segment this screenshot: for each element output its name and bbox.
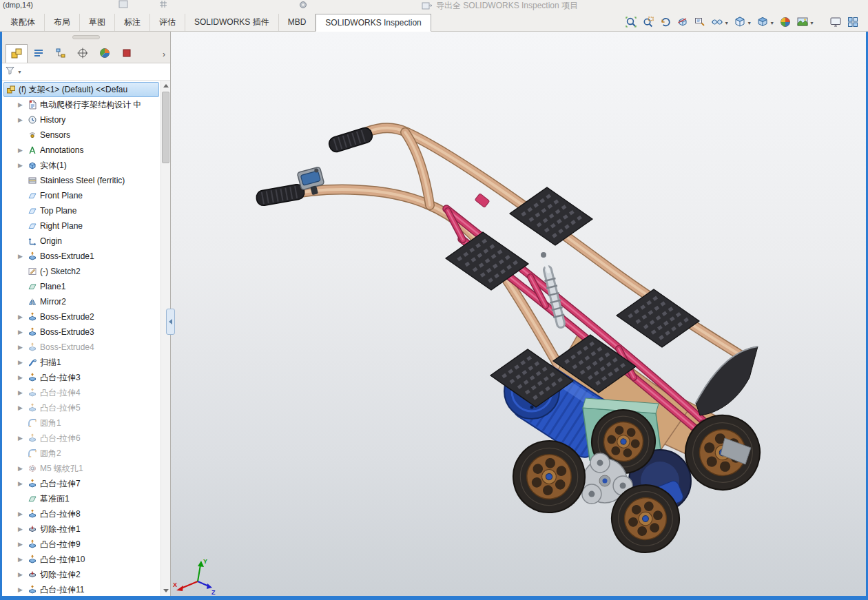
zoom-fit-button[interactable] xyxy=(623,14,639,31)
edit-appearance-button[interactable] xyxy=(777,14,794,31)
tree-item[interactable]: ▶Boss-Extrude3 xyxy=(2,324,161,340)
tree-item[interactable]: ▶凸台-拉伸10 xyxy=(2,552,161,567)
expand-arrow-icon[interactable]: ▶ xyxy=(16,435,25,442)
tree-item[interactable]: ▶凸台-拉伸8 xyxy=(2,506,161,521)
tree-item[interactable]: Stainless Steel (ferritic) xyxy=(2,173,161,188)
panel-tab-dimxpert-manager[interactable] xyxy=(72,44,94,63)
expand-arrow-icon[interactable]: ▶ xyxy=(16,526,25,532)
tree-item[interactable]: Right Plane xyxy=(2,218,161,234)
tree-scrollbar[interactable] xyxy=(161,81,170,596)
expand-arrow-icon[interactable]: ▶ xyxy=(16,116,25,123)
tree-filter-input[interactable] xyxy=(24,65,167,79)
ribbon-tab-5[interactable]: 评估 xyxy=(150,14,185,31)
tree-item[interactable]: ▶Boss-Extrude4 xyxy=(2,340,161,355)
expand-arrow-icon[interactable]: ▶ xyxy=(16,162,25,169)
tree-root-item[interactable]: (f) 支架<1> (Default) <<Defau xyxy=(3,82,159,97)
display-style-button[interactable]: ▼ xyxy=(754,14,776,31)
section-view-button[interactable] xyxy=(674,14,691,31)
panel-tabs-overflow-chevron[interactable]: › xyxy=(158,46,170,63)
options-grid-button[interactable] xyxy=(845,14,861,31)
ribbon-tab-8[interactable]: SOLIDWORKS Inspection xyxy=(316,14,431,32)
tree-item[interactable]: ▶Boss-Extrude2 xyxy=(2,309,161,324)
tree-item[interactable]: ▶Boss-Extrude1 xyxy=(2,249,161,264)
export-inspection-button[interactable]: 导出全 SOLIDWORKS Inspection 项目 xyxy=(422,0,578,12)
panel-tab-feature-manager[interactable] xyxy=(6,44,28,63)
previous-view-button[interactable] xyxy=(657,14,674,31)
apply-scene-button[interactable]: ▼ xyxy=(794,14,816,31)
dropdown-arrow-icon[interactable]: ▼ xyxy=(724,21,729,25)
expand-arrow-icon[interactable]: ▶ xyxy=(16,465,25,472)
expand-arrow-icon[interactable]: ▶ xyxy=(16,344,25,351)
panel-tab-addin-partial[interactable] xyxy=(116,44,138,63)
hide-show-items-button[interactable]: ▼ xyxy=(709,14,731,31)
dropdown-arrow-icon[interactable]: ▼ xyxy=(747,21,752,25)
tree-item[interactable]: Front Plane xyxy=(2,188,161,203)
tree-item[interactable]: ▶Annotations xyxy=(2,143,161,158)
panel-collapse-tab[interactable] xyxy=(166,309,175,335)
tree-item[interactable]: ▶凸台-拉伸9 xyxy=(2,537,161,552)
tree-item[interactable]: 基准面1 xyxy=(2,491,161,506)
expand-arrow-icon[interactable]: ▶ xyxy=(16,510,25,517)
expand-arrow-icon[interactable]: ▶ xyxy=(16,313,25,320)
ribbon-tab-3[interactable]: 草图 xyxy=(80,14,115,31)
panel-tab-configuration-manager[interactable] xyxy=(50,44,72,63)
tree-item[interactable]: (-) Sketch2 xyxy=(2,264,161,279)
expand-arrow-icon[interactable]: ▶ xyxy=(16,389,25,396)
ribbon-tab-7[interactable]: MBD xyxy=(279,14,316,31)
expand-arrow-icon[interactable]: ▶ xyxy=(16,571,25,578)
scrollbar-down-arrow[interactable] xyxy=(161,586,170,596)
tree-item[interactable]: 圆角2 xyxy=(2,446,161,461)
tree-item[interactable]: ▶凸台-拉伸11 xyxy=(2,582,161,596)
tree-item[interactable]: ▶扫描1 xyxy=(2,355,161,370)
ribbon-tab-6[interactable]: SOLIDWORKS 插件 xyxy=(185,14,279,31)
tree-item[interactable]: ▶实体(1) xyxy=(2,158,161,173)
viewport-3d[interactable]: XYZ xyxy=(171,32,866,596)
tree-item[interactable]: Origin xyxy=(2,234,161,249)
ribbon-tab-1[interactable]: 装配体 xyxy=(1,14,45,31)
expand-arrow-icon[interactable]: ▶ xyxy=(16,329,25,335)
view-settings-button[interactable] xyxy=(827,14,844,31)
zoom-area-button[interactable] xyxy=(640,14,657,31)
view-orientation-button[interactable]: ▼ xyxy=(732,14,754,31)
expand-arrow-icon[interactable]: ▶ xyxy=(16,541,25,548)
panel-tab-property-manager[interactable] xyxy=(28,44,50,63)
dropdown-arrow-icon[interactable]: ▼ xyxy=(809,21,814,25)
tree-item[interactable]: ▶M5 螺纹孔1 xyxy=(2,461,161,476)
expand-arrow-icon[interactable]: ▶ xyxy=(16,480,25,487)
tree-item[interactable]: Top Plane xyxy=(2,203,161,218)
tree-item[interactable]: ▶凸台-拉伸7 xyxy=(2,476,161,491)
panel-tab-display-manager[interactable] xyxy=(94,44,116,63)
tree-item[interactable]: ▶切除-拉伸2 xyxy=(2,567,161,582)
expand-arrow-icon[interactable]: ▶ xyxy=(16,586,25,593)
expand-arrow-icon[interactable]: ▶ xyxy=(16,556,25,563)
tree-item[interactable]: ▶凸台-拉伸3 xyxy=(2,370,161,385)
expand-arrow-icon[interactable]: ▶ xyxy=(16,359,25,366)
expand-arrow-icon[interactable]: ▶ xyxy=(16,374,25,381)
partial-toolbar-icon[interactable] xyxy=(118,0,128,10)
expand-arrow-icon[interactable]: ▶ xyxy=(16,147,25,154)
tree-item[interactable]: ▶History xyxy=(2,112,161,127)
ribbon-tab-2[interactable]: 布局 xyxy=(45,14,80,31)
tree-item[interactable]: 圆角1 xyxy=(2,415,161,431)
expand-arrow-icon[interactable]: ▶ xyxy=(16,404,25,411)
expand-arrow-icon[interactable]: ▶ xyxy=(16,101,25,108)
partial-grid-icon[interactable] xyxy=(158,0,168,10)
dynamic-annotation-views-button[interactable] xyxy=(692,14,708,31)
tree-item[interactable]: ▶凸台-拉伸5 xyxy=(2,400,161,415)
filter-funnel-icon[interactable] xyxy=(5,65,15,78)
tree-item[interactable]: ▶切除-拉伸1 xyxy=(2,521,161,537)
tree-item[interactable]: ▶电动爬楼行李架结构设计 中 xyxy=(2,97,161,112)
panel-drag-handle[interactable] xyxy=(72,35,100,39)
dropdown-arrow-icon[interactable]: ▼ xyxy=(769,21,774,25)
tree-item[interactable]: Sensors xyxy=(2,127,161,143)
ribbon-tab-4[interactable]: 标注 xyxy=(115,14,150,31)
tree-item[interactable]: ▶凸台-拉伸6 xyxy=(2,431,161,446)
tree-item[interactable]: Mirror2 xyxy=(2,294,161,309)
scrollbar-up-arrow[interactable] xyxy=(161,81,170,91)
scrollbar-thumb[interactable] xyxy=(162,92,169,163)
tree-item[interactable]: ▶凸台-拉伸4 xyxy=(2,385,161,400)
expand-arrow-icon[interactable]: ▶ xyxy=(16,253,25,260)
filter-dropdown-icon[interactable]: ▼ xyxy=(17,70,22,74)
tree-item[interactable]: Plane1 xyxy=(2,279,161,294)
partial-gear-icon[interactable] xyxy=(298,0,309,12)
